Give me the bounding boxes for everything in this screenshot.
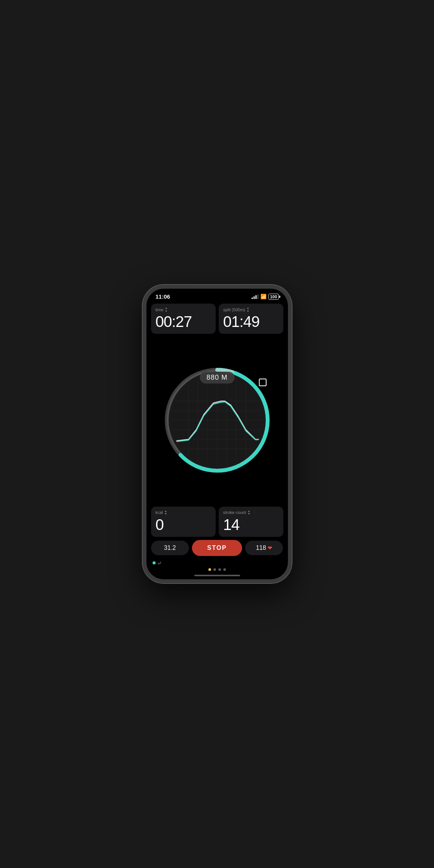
stop-button[interactable]: STOP (192, 540, 242, 556)
split-value: 01:49 (223, 313, 279, 330)
page-dot-4[interactable] (223, 568, 226, 571)
stop-square-button[interactable] (259, 379, 267, 386)
page-dot-2[interactable] (213, 568, 216, 571)
distance-badge: 880 M (200, 372, 234, 384)
phone-frame: 11:06 📶 100 time (143, 285, 292, 583)
kcal-sort-icon: ▲▼ (164, 510, 167, 515)
status-bar: 11:06 📶 100 (146, 289, 288, 301)
kcal-value: 0 (156, 516, 211, 533)
status-time: 11:06 (156, 293, 170, 300)
battery-icon: 100 (268, 294, 278, 300)
heart-rate-stat: 118 ❤ (245, 541, 283, 555)
stroke-count-value: 14 (223, 516, 279, 533)
signal-icon (252, 294, 258, 299)
kcal-label: kcal ▲▼ (156, 510, 211, 515)
connection-dot (153, 561, 156, 564)
heart-rate-value: 118 (256, 545, 266, 551)
main-content: time ▲▼ 00:27 split (500m) ▲▼ 01:49 (146, 301, 288, 559)
page-dot-1[interactable] (208, 568, 211, 571)
left-stat: 31.2 (151, 541, 189, 555)
time-card[interactable]: time ▲▼ 00:27 (151, 304, 216, 334)
page-dots (146, 567, 288, 573)
home-indicator (146, 573, 288, 579)
chart-area: 880 M (151, 337, 283, 503)
time-value: 00:27 (156, 313, 211, 330)
bottom-info-bar: ⤾ (146, 559, 288, 567)
split-sort-icon: ▲▼ (247, 307, 249, 312)
wifi-icon: 📶 (260, 294, 267, 299)
split-card[interactable]: split (500m) ▲▼ 01:49 (219, 304, 283, 334)
split-label: split (500m) ▲▼ (223, 307, 279, 312)
top-metrics-row: time ▲▼ 00:27 split (500m) ▲▼ 01:49 (151, 304, 283, 334)
stroke-count-card[interactable]: stroke count ▲▼ 14 (219, 507, 283, 537)
time-label: time ▲▼ (156, 307, 211, 312)
stroke-sort-icon: ▲▼ (247, 510, 250, 515)
time-sort-icon: ▲▼ (165, 307, 167, 312)
bottom-controls: 31.2 STOP 118 ❤ (151, 540, 283, 556)
stroke-count-label: stroke count ▲▼ (223, 510, 279, 515)
bottom-metrics-row: kcal ▲▼ 0 stroke count ▲▼ 14 (151, 507, 283, 537)
circle-chart: 880 M (162, 365, 273, 476)
heart-icon: ❤ (268, 545, 272, 551)
page-dot-3[interactable] (218, 568, 221, 571)
home-bar (194, 575, 240, 576)
phone-screen: 11:06 📶 100 time (146, 289, 288, 579)
route-icon: ⤾ (157, 560, 162, 566)
kcal-card[interactable]: kcal ▲▼ 0 (151, 507, 216, 537)
status-icons: 📶 100 (252, 294, 278, 300)
